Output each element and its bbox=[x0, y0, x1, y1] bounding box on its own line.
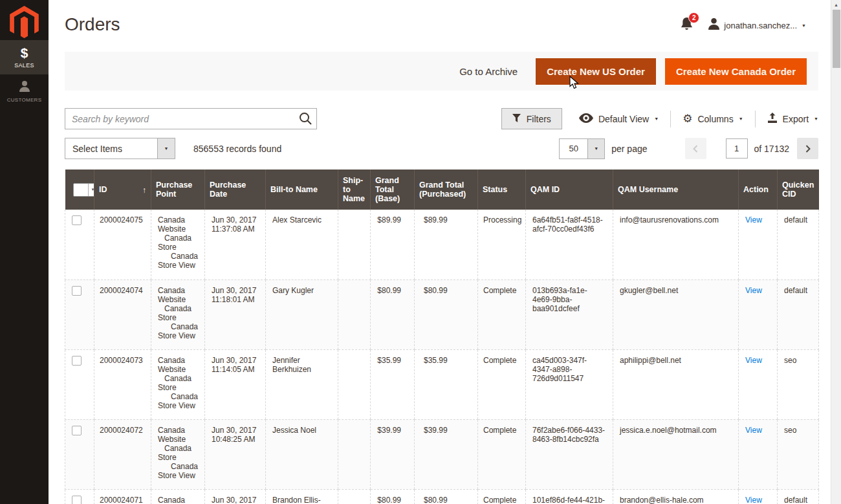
chevron-down-icon: ▼ bbox=[587, 139, 604, 159]
cell-qam-id: 013b693a-fa1e-4e69-9bba-baa901dcfeef bbox=[526, 279, 613, 349]
notification-count-badge: 2 bbox=[688, 12, 699, 23]
mass-action-select[interactable]: Select Items ▼ bbox=[65, 138, 175, 159]
magento-logo-icon[interactable] bbox=[10, 6, 39, 39]
cell-bill-to-name: Brandon Ellis- bbox=[266, 489, 338, 504]
cell-qam-username: jessica.e.noel@hotmail.com bbox=[613, 419, 739, 489]
view-link[interactable]: View bbox=[745, 426, 762, 435]
pagination: 50 ▼ per page of 17132 bbox=[559, 138, 818, 159]
cell-qam-username: brandon@ellis-hale.com bbox=[613, 489, 739, 504]
search-icon[interactable] bbox=[298, 111, 312, 128]
cell-grand-total-base: $80.99 bbox=[371, 489, 415, 504]
view-link[interactable]: View bbox=[745, 356, 762, 365]
scrollbar-thumb[interactable] bbox=[833, 10, 840, 68]
default-view-dropdown[interactable]: Default View ▼ bbox=[579, 113, 659, 125]
cell-purchase-date: Jun 30, 2017 bbox=[205, 489, 266, 504]
column-header-action[interactable]: Action bbox=[739, 170, 778, 210]
user-menu[interactable]: jonathan.sanchez... ▼ bbox=[708, 18, 806, 32]
cell-purchase-point: Canada bbox=[151, 489, 205, 504]
cell-bill-to-name: Gary Kugler bbox=[266, 279, 338, 349]
cell-purchase-point: Canada WebsiteCanada StoreCanada Store V… bbox=[151, 279, 205, 349]
cell-grand-total-purchased: $80.99 bbox=[415, 489, 478, 504]
row-checkbox[interactable] bbox=[72, 286, 82, 296]
cell-qam-username: info@taurusrenovations.com bbox=[613, 210, 739, 279]
cell-ship-to-name bbox=[338, 349, 371, 419]
table-row: 2000024075 Canada WebsiteCanada StoreCan… bbox=[65, 210, 819, 279]
orders-page: $ SALES CUSTOMERS Orders 2 jonathan.sanc… bbox=[0, 0, 841, 504]
cell-quicken-cid: seo bbox=[778, 349, 819, 419]
row-checkbox[interactable] bbox=[72, 356, 82, 366]
column-header-purchase-point[interactable]: Purchase Point bbox=[151, 170, 205, 210]
per-page-select[interactable]: 50 ▼ bbox=[559, 138, 605, 159]
column-header-ship-to-name[interactable]: Ship-to Name bbox=[338, 170, 371, 210]
grid-toolbar: Filters Default View ▼ ⚙ Columns ▼ bbox=[65, 108, 818, 129]
chevron-down-icon: ▼ bbox=[654, 116, 659, 121]
action-panel: Go to Archive Create New US Order Create… bbox=[65, 52, 818, 91]
notifications-button[interactable]: 2 bbox=[681, 17, 693, 33]
page-title: Orders bbox=[65, 14, 120, 35]
filter-funnel-icon bbox=[512, 114, 521, 124]
username: jonathan.sanchez... bbox=[724, 21, 797, 30]
sidebar-item-customers[interactable]: CUSTOMERS bbox=[0, 74, 49, 109]
view-link[interactable]: View bbox=[745, 496, 762, 504]
search-box bbox=[65, 108, 317, 129]
cell-action: View bbox=[739, 279, 778, 349]
export-dropdown[interactable]: Export ▼ bbox=[767, 113, 818, 125]
search-input[interactable] bbox=[65, 108, 317, 129]
cell-ship-to-name bbox=[338, 489, 371, 504]
create-new-us-order-button[interactable]: Create New US Order bbox=[536, 58, 656, 85]
orders-table: ▼ ID↑ Purchase Point Purchase Date Bill-… bbox=[65, 170, 819, 504]
per-page-value: 50 bbox=[560, 139, 587, 159]
vertical-scrollbar[interactable]: ▲ bbox=[831, 0, 841, 504]
column-header-quicken-cid[interactable]: Quicken CID bbox=[778, 170, 819, 210]
view-link[interactable]: View bbox=[745, 286, 762, 295]
cell-status: Complete bbox=[478, 279, 526, 349]
row-checkbox[interactable] bbox=[72, 215, 82, 225]
chevron-down-icon: ▼ bbox=[814, 116, 818, 121]
cell-action: View bbox=[739, 489, 778, 504]
cell-qam-username: gkugler@bell.net bbox=[613, 279, 739, 349]
select-all-dropdown[interactable]: ▼ bbox=[73, 183, 98, 197]
cell-purchase-point: Canada WebsiteCanada StoreCanada Store V… bbox=[151, 210, 205, 279]
cell-action: View bbox=[739, 349, 778, 419]
cell-status: Complete bbox=[478, 349, 526, 419]
cell-quicken-cid: default bbox=[778, 489, 819, 504]
person-icon bbox=[19, 81, 30, 94]
column-header-qam-username[interactable]: QAM Username bbox=[613, 170, 739, 210]
column-header-grand-total-base[interactable]: Grand Total (Base) bbox=[371, 170, 415, 210]
column-header-id[interactable]: ID↑ bbox=[94, 170, 151, 210]
cell-bill-to-name: Alex Starcevic bbox=[266, 210, 338, 279]
chevron-down-icon: ▼ bbox=[157, 138, 175, 159]
user-avatar-icon bbox=[708, 18, 719, 32]
column-header-qam-id[interactable]: QAM ID bbox=[526, 170, 613, 210]
column-header-status[interactable]: Status bbox=[478, 170, 526, 210]
cell-status: Complete bbox=[478, 419, 526, 489]
export-label: Export bbox=[783, 114, 809, 124]
view-controls: Filters Default View ▼ ⚙ Columns ▼ bbox=[501, 108, 818, 129]
scroll-up-icon[interactable]: ▲ bbox=[831, 0, 841, 9]
sidebar-item-sales[interactable]: $ SALES bbox=[0, 40, 49, 74]
columns-dropdown[interactable]: ⚙ Columns ▼ bbox=[683, 113, 743, 124]
go-to-archive-link[interactable]: Go to Archive bbox=[459, 66, 518, 77]
select-all-header: ▼ bbox=[65, 170, 94, 210]
table-header: ▼ ID↑ Purchase Point Purchase Date Bill-… bbox=[65, 170, 819, 210]
mass-action-label: Select Items bbox=[65, 138, 157, 159]
table-row: 2000024074 Canada WebsiteCanada StoreCan… bbox=[65, 279, 819, 349]
cell-grand-total-base: $39.99 bbox=[371, 419, 415, 489]
cell-qam-id: 76f2abe6-f066-4433-8463-8fb14cbc92fa bbox=[526, 419, 613, 489]
view-link[interactable]: View bbox=[745, 215, 762, 225]
row-checkbox[interactable] bbox=[72, 496, 82, 504]
cell-ship-to-name bbox=[338, 279, 371, 349]
row-checkbox[interactable] bbox=[72, 426, 82, 435]
cell-bill-to-name: Jessica Noel bbox=[266, 419, 338, 489]
cell-purchase-date: Jun 30, 201711:14:05 AM bbox=[205, 349, 266, 419]
create-new-canada-order-button[interactable]: Create New Canada Order bbox=[665, 58, 807, 85]
column-header-bill-to-name[interactable]: Bill-to Name bbox=[266, 170, 338, 210]
cell-grand-total-purchased: $89.99 bbox=[415, 210, 478, 279]
cell-purchase-date: Jun 30, 201711:37:08 AM bbox=[205, 210, 266, 279]
next-page-button[interactable] bbox=[797, 138, 818, 159]
column-header-purchase-date[interactable]: Purchase Date bbox=[205, 170, 266, 210]
previous-page-button bbox=[685, 138, 706, 159]
current-page-input[interactable] bbox=[726, 138, 748, 159]
filters-button[interactable]: Filters bbox=[501, 108, 562, 129]
column-header-grand-total-purchased[interactable]: Grand Total (Purchased) bbox=[415, 170, 478, 210]
